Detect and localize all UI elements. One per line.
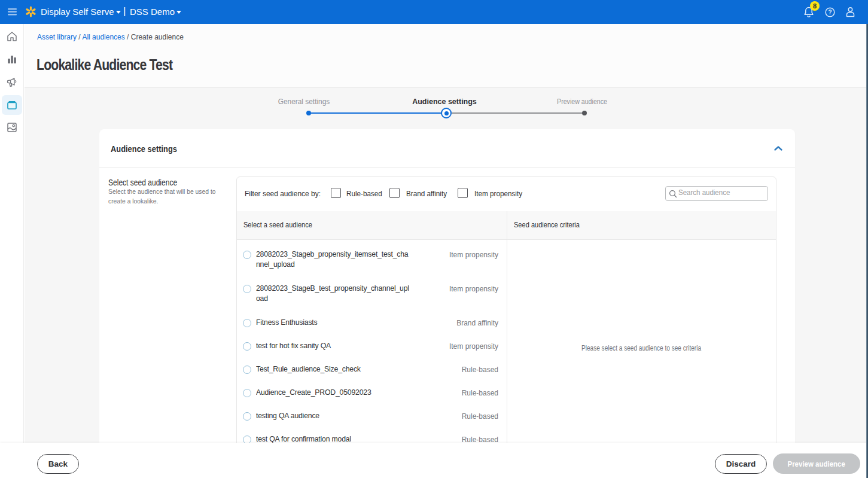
svg-text:?: ?: [828, 9, 832, 16]
